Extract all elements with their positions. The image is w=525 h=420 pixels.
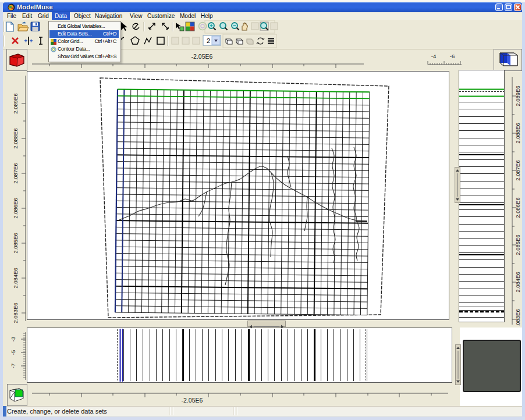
svg-text:2.084E6: 2.084E6 [515, 272, 521, 292]
svg-text:2.088E6: 2.088E6 [12, 128, 19, 148]
svg-text:2.086E6: 2.086E6 [515, 197, 521, 218]
svg-text:2.087E6: 2.087E6 [515, 160, 521, 180]
svg-text:2.088E6: 2.088E6 [515, 123, 521, 143]
svg-text:-2.05E6: -2.05E6 [191, 53, 213, 60]
svg-text:2.084E6: 2.084E6 [12, 268, 19, 288]
svg-text:2.083E6: 2.083E6 [515, 309, 521, 326]
svg-text:2.086E6: 2.086E6 [12, 198, 19, 218]
svg-text:2: 2 [207, 37, 210, 44]
svg-text:-5: -5 [10, 350, 16, 355]
svg-text:-4: -4 [431, 53, 436, 59]
svg-text:2.085E6: 2.085E6 [515, 234, 521, 255]
svg-text:-7: -7 [10, 364, 16, 368]
svg-text:2.087E6: 2.087E6 [12, 163, 19, 183]
svg-text:2.089E6: 2.089E6 [515, 86, 521, 106]
svg-text:2.083E6: 2.083E6 [12, 302, 19, 323]
svg-text:2.085E6: 2.085E6 [12, 233, 19, 253]
svg-text:-2.05E6: -2.05E6 [182, 397, 203, 404]
svg-text:-3: -3 [10, 337, 16, 341]
svg-text:2.089E6: 2.089E6 [12, 93, 19, 113]
svg-text:-6: -6 [450, 53, 455, 59]
